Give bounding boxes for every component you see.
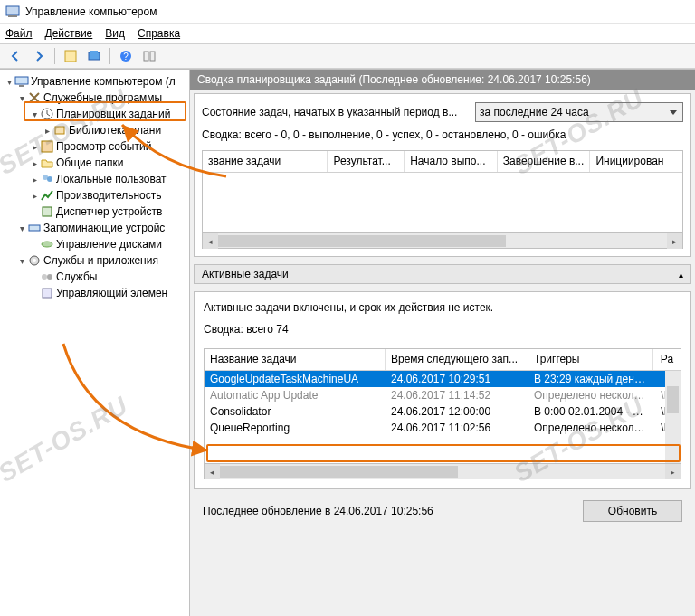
titlebar: Управление компьютером (0, 0, 695, 24)
menu-view[interactable]: Вид (105, 27, 125, 40)
active-panel: Активные задачи включены, и срок их дейс… (194, 291, 691, 489)
tree-local-users[interactable]: ▸Локальные пользоват (4, 171, 186, 187)
status-grid-header: звание задачи Результат... Начало выпо..… (203, 151, 682, 173)
svg-rect-7 (144, 52, 148, 61)
menu-file[interactable]: Файл (5, 27, 33, 40)
col-active-name[interactable]: Название задачи (205, 349, 386, 370)
period-combo[interactable]: за последние 24 часа (475, 102, 683, 122)
cell: Определено несколько... (528, 422, 653, 434)
tree-storage[interactable]: ▾Запоминающие устройс (4, 220, 186, 236)
menubar: Файл Действие Вид Справка (0, 24, 695, 43)
col-result[interactable]: Результат... (328, 151, 405, 172)
library-icon (52, 123, 67, 137)
help-button[interactable]: ? (116, 46, 136, 66)
back-button[interactable] (5, 46, 25, 66)
active-hscroll[interactable]: ◂▸ (205, 463, 681, 479)
computer-icon (14, 74, 29, 89)
properties-button[interactable] (61, 46, 81, 66)
wmi-icon (40, 286, 54, 300)
services-icon (40, 270, 54, 284)
col-task-name[interactable]: звание задачи (203, 151, 328, 172)
collapse-icon[interactable]: ▴ (679, 270, 683, 280)
toolbar-separator-2 (109, 48, 110, 64)
active-grid-body[interactable]: GoogleUpdateTaskMachineUA24.06.2017 10:2… (205, 371, 681, 463)
col-triggers[interactable]: Триггеры (528, 349, 653, 370)
tree-system-tools[interactable]: ▾Служебные программы (4, 90, 186, 106)
col-end[interactable]: Завершение в... (498, 151, 591, 172)
svg-rect-13 (42, 141, 52, 152)
svg-rect-10 (19, 85, 24, 87)
svg-rect-4 (90, 51, 98, 54)
table-row[interactable]: GoogleUpdateTaskMachineUA24.06.2017 10:2… (205, 371, 681, 387)
menu-help[interactable]: Справка (138, 27, 180, 40)
svg-rect-8 (150, 52, 155, 61)
forward-button[interactable] (29, 46, 49, 66)
active-grid: Название задачи Время следующего зап... … (204, 348, 681, 479)
tree-services[interactable]: Службы (4, 269, 186, 285)
folder-share-icon (40, 156, 54, 170)
window-title: Управление компьютером (25, 5, 157, 18)
tree-services-apps[interactable]: ▾Службы и приложения (4, 252, 186, 269)
status-grid: звание задачи Результат... Начало выпо..… (202, 150, 683, 249)
summary-header: Сводка планировщика заданий (Последнее о… (190, 70, 695, 90)
table-row[interactable]: QueueReporting24.06.2017 11:02:56Определ… (205, 420, 681, 436)
tree-pane[interactable]: ▾Управление компьютером (л ▾Служебные пр… (0, 70, 190, 616)
tree-event-viewer[interactable]: ▸Просмотр событий (4, 138, 186, 155)
tree-device-manager[interactable]: Диспетчер устройств (4, 204, 186, 220)
table-row[interactable]: Automatic App Update24.06.2017 11:14:52О… (205, 387, 681, 403)
svg-rect-23 (43, 289, 52, 298)
status-label: Состояние задач, начатых в указанный пер… (202, 106, 475, 118)
svg-point-18 (42, 242, 52, 247)
svg-rect-9 (15, 77, 28, 84)
active-vscroll[interactable] (665, 371, 681, 463)
col-path[interactable]: Ра (653, 349, 681, 370)
tools-icon (27, 90, 42, 105)
cell: QueueReporting (205, 422, 386, 434)
refresh-button[interactable]: Обновить (583, 500, 682, 522)
footer: Последнее обновление в 24.06.2017 10:25:… (194, 497, 691, 526)
active-section-header[interactable]: Активные задачи ▴ (194, 264, 691, 284)
tree-performance[interactable]: ▸Производительность (4, 187, 186, 204)
gear-icon (27, 253, 42, 268)
app-icon (5, 5, 20, 19)
svg-point-21 (42, 274, 47, 280)
clock-icon (40, 107, 54, 121)
cell: В 0:00 02.01.2004 - Част... (528, 405, 653, 418)
tree-disk-mgmt[interactable]: Управление дисками (4, 236, 186, 252)
cell: 24.06.2017 11:02:56 (386, 422, 528, 434)
cell: Определено несколько... (528, 389, 653, 402)
svg-point-22 (47, 274, 52, 280)
tree-scheduler-library[interactable]: ▸Библиотека плани (4, 122, 186, 138)
status-grid-body[interactable] (203, 173, 682, 232)
active-intro: Активные задачи включены, и срок их дейс… (204, 301, 681, 314)
cell: 24.06.2017 10:29:51 (386, 373, 528, 385)
cell: 24.06.2017 11:14:52 (386, 389, 528, 402)
toolbar-separator (54, 48, 55, 64)
refresh-icon-button[interactable] (84, 46, 104, 66)
svg-rect-17 (29, 225, 40, 231)
table-row[interactable]: Consolidator24.06.2017 12:00:00В 0:00 02… (205, 403, 681, 420)
svg-point-15 (47, 176, 52, 182)
cell: 24.06.2017 12:00:00 (386, 405, 528, 418)
menu-action[interactable]: Действие (45, 27, 93, 40)
cell: Consolidator (205, 405, 386, 418)
performance-icon (40, 188, 54, 203)
last-update-text: Последнее обновление в 24.06.2017 10:25:… (203, 505, 433, 517)
main-split: ▾Управление компьютером (л ▾Служебные пр… (0, 69, 695, 616)
toolbar: ? (0, 43, 695, 69)
tree-root-node[interactable]: ▾Управление компьютером (л (4, 73, 186, 90)
col-start[interactable]: Начало выпо... (405, 151, 498, 172)
event-icon (40, 139, 54, 154)
show-hide-icon[interactable] (139, 46, 159, 66)
svg-point-20 (33, 259, 36, 262)
svg-rect-16 (43, 207, 52, 216)
status-hscroll[interactable]: ◂▸ (203, 232, 682, 248)
active-grid-header: Название задачи Время следующего зап... … (205, 349, 681, 371)
col-next-run[interactable]: Время следующего зап... (386, 349, 528, 370)
svg-rect-2 (65, 51, 76, 62)
tree-wmi[interactable]: Управляющий элемен (4, 285, 186, 301)
tree-shared-folders[interactable]: ▸Общие папки (4, 155, 186, 171)
tree-task-scheduler[interactable]: ▾Планировщик заданий (4, 106, 186, 122)
storage-icon (27, 221, 42, 235)
col-initiated[interactable]: Инициирован (590, 151, 682, 172)
